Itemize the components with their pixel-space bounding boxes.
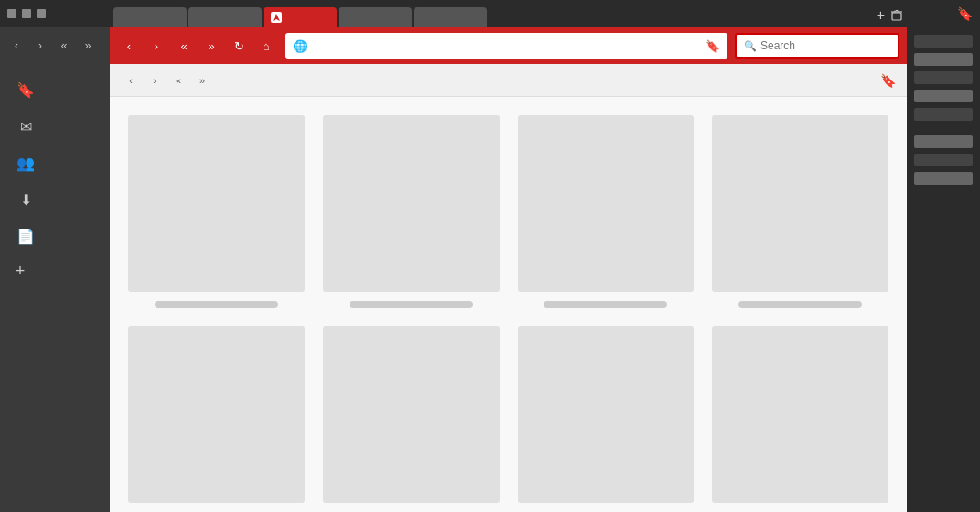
thumbnail-7 <box>518 326 695 503</box>
sidebar-tab-dot-2[interactable] <box>22 9 31 18</box>
main-browser-area: + ‹ › « » ↻ ⌂ 🌐 🔖 🔍 <box>110 0 907 512</box>
bookmark-address-icon[interactable]: 🔖 <box>705 39 720 53</box>
content-grid <box>128 115 888 512</box>
right-panel-item-8 <box>914 172 973 185</box>
sidebar-item-document[interactable]: 📄 <box>7 219 44 252</box>
right-panel-header: 🔖 <box>907 0 980 27</box>
address-input[interactable] <box>311 39 705 52</box>
tab-5[interactable] <box>414 7 487 27</box>
trash-icon <box>890 9 903 22</box>
label-1 <box>155 301 278 308</box>
sidebar-forward-btn[interactable]: › <box>29 35 51 57</box>
grid-item-4[interactable] <box>712 115 888 308</box>
search-input[interactable] <box>760 39 898 52</box>
home-button[interactable]: ⌂ <box>254 34 278 58</box>
thumbnail-8 <box>712 326 888 503</box>
tab-actions: + <box>877 7 903 27</box>
sidebar-add-button[interactable]: + <box>7 258 33 283</box>
right-panel-item-2 <box>914 53 973 66</box>
right-panel-item-7 <box>914 154 973 166</box>
label-2 <box>350 301 473 308</box>
browser-toolbar: ‹ › « » ↻ ⌂ 🌐 🔖 🔍 <box>110 27 907 64</box>
thumbnail-4 <box>712 115 888 292</box>
grid-item-8[interactable] <box>712 326 888 512</box>
thumbnail-6 <box>323 326 500 503</box>
right-panel-item-4 <box>914 90 973 102</box>
tab-bar: + <box>110 0 907 27</box>
content-area <box>110 97 907 512</box>
right-panel: 🔖 <box>907 0 980 512</box>
sidebar-item-people[interactable]: 👥 <box>7 146 44 179</box>
panel-skip-back-btn[interactable]: « <box>168 70 188 91</box>
grid-item-3[interactable] <box>518 115 695 308</box>
sidebar-nav-controls: ‹ › « » <box>0 27 110 64</box>
right-panel-bookmark-icon[interactable]: 🔖 <box>957 6 973 21</box>
vivaldi-icon <box>271 12 282 23</box>
grid-item-1[interactable] <box>128 115 305 308</box>
left-sidebar: ‹ › « » 🔖 ✉ 👥 ⬇ 📄 + <box>0 0 110 512</box>
sidebar-tab-bar <box>0 0 110 27</box>
tab-3-active[interactable] <box>264 7 337 27</box>
address-bar[interactable]: 🌐 🔖 <box>285 33 727 59</box>
globe-icon: 🌐 <box>293 39 307 53</box>
tab-1[interactable] <box>113 7 187 27</box>
sidebar-item-mail[interactable]: ✉ <box>7 110 44 143</box>
panel-bookmark-icon[interactable]: 🔖 <box>880 73 896 88</box>
panel-back-btn[interactable]: ‹ <box>121 70 141 91</box>
label-4 <box>738 301 862 308</box>
new-tab-button[interactable]: + <box>877 7 885 24</box>
right-panel-item-5 <box>914 108 973 121</box>
delete-tab-button[interactable] <box>890 9 903 22</box>
thumbnail-2 <box>323 115 500 292</box>
sidebar-tab-dot-3[interactable] <box>37 9 46 18</box>
tab-2[interactable] <box>188 7 262 27</box>
forward-button[interactable]: › <box>145 34 168 58</box>
panel-skip-forward-btn[interactable]: » <box>192 70 212 91</box>
panel-forward-btn[interactable]: › <box>145 70 165 91</box>
thumbnail-5 <box>128 326 305 503</box>
grid-item-6[interactable] <box>323 326 500 512</box>
label-3 <box>544 301 667 308</box>
sidebar-tab-dot-1[interactable] <box>7 9 16 18</box>
thumbnail-3 <box>518 115 695 292</box>
sidebar-item-download[interactable]: ⬇ <box>7 183 44 216</box>
sidebar-skip-back-btn[interactable]: « <box>53 35 75 57</box>
panel-header: ‹ › « » 🔖 <box>110 64 907 97</box>
back-button[interactable]: ‹ <box>117 34 141 58</box>
sidebar-icons-list: 🔖 ✉ 👥 ⬇ 📄 + <box>0 64 110 512</box>
search-bar[interactable]: 🔍 <box>735 33 899 59</box>
grid-item-2[interactable] <box>323 115 500 308</box>
skip-back-button[interactable]: « <box>172 34 196 58</box>
right-panel-item-3 <box>914 71 973 84</box>
reload-button[interactable]: ↻ <box>227 34 251 58</box>
grid-item-7[interactable] <box>518 326 695 512</box>
grid-item-5[interactable] <box>128 326 305 512</box>
right-panel-item-6 <box>914 135 973 148</box>
thumbnail-1 <box>128 115 305 292</box>
skip-forward-button[interactable]: » <box>199 34 223 58</box>
svg-rect-1 <box>892 13 901 20</box>
sidebar-back-btn[interactable]: ‹ <box>5 35 27 57</box>
panel-header-right: 🔖 <box>880 73 896 88</box>
right-panel-content <box>907 27 980 512</box>
search-magnifier-icon: 🔍 <box>744 40 757 52</box>
sidebar-skip-forward-btn[interactable]: » <box>77 35 99 57</box>
right-panel-item-1 <box>914 35 973 48</box>
tab-4[interactable] <box>339 7 412 27</box>
sidebar-item-bookmark[interactable]: 🔖 <box>7 73 44 106</box>
